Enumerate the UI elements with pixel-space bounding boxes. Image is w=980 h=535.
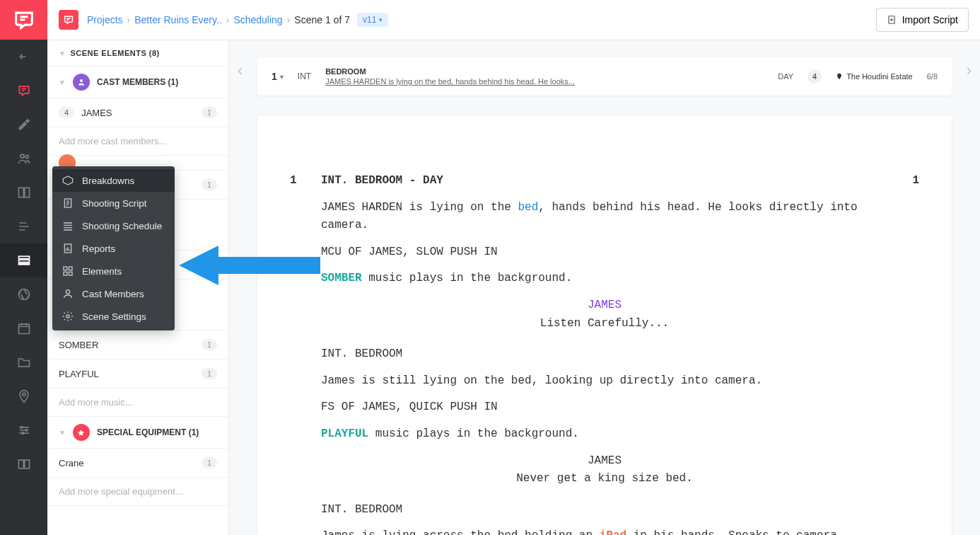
app-logo[interactable]	[0, 0, 47, 40]
topbar: Projects › Better Ruins Every.. › Schedu…	[47, 0, 980, 40]
svg-rect-8	[18, 324, 29, 333]
scene-description[interactable]: JAMES HARDEN is lying on the bed, hands …	[325, 77, 575, 86]
scene-cast-count: 4	[807, 69, 822, 84]
cast-badge-icon	[73, 74, 90, 91]
rail-chat-icon[interactable]	[0, 74, 47, 108]
music-item-somber[interactable]: SOMBER 1	[47, 330, 228, 359]
popup-elements[interactable]: Elements	[52, 260, 175, 282]
action-text: PLAYFUL music plays in the background.	[321, 425, 888, 444]
svg-point-1	[25, 155, 28, 158]
rail-calendar-icon[interactable]	[0, 311, 47, 345]
group-equip-header[interactable]: ▼ SPECIAL EQUIPMENT (1)	[47, 417, 228, 449]
action-text: FS OF JAMES, QUICK PUSH IN	[321, 398, 888, 417]
rail-people-icon[interactable]	[0, 142, 47, 176]
popup-scene-settings[interactable]: Scene Settings	[52, 305, 175, 328]
chevron-right-icon: ›	[226, 14, 230, 25]
sidebar-header[interactable]: ▼SCENE ELEMENTS (8)	[47, 40, 228, 67]
chevron-right-icon: ›	[127, 14, 131, 25]
scene-pages: 6/8	[927, 72, 938, 81]
svg-point-9	[22, 393, 25, 396]
add-equip-input[interactable]: Add more special equipment...	[47, 478, 228, 506]
svg-rect-4	[18, 256, 29, 258]
svg-rect-3	[24, 188, 29, 197]
canvas: ‹ › 1▾ INT BEDROOM JAMES HARDEN is lying…	[229, 40, 980, 535]
rail-book-icon[interactable]	[0, 447, 47, 481]
import-script-button[interactable]: Import Script	[876, 8, 969, 32]
equip-badge-icon	[73, 424, 90, 441]
crumb-projects[interactable]: Projects	[87, 14, 123, 25]
character-cue: JAMES	[321, 297, 888, 315]
svg-point-21	[66, 290, 69, 294]
character-cue: JAMES	[321, 452, 888, 471]
left-rail	[0, 0, 47, 535]
rail-edit-icon[interactable]	[0, 108, 47, 142]
rail-list-icon[interactable]	[0, 209, 47, 243]
rail-rows-icon[interactable]	[0, 243, 47, 277]
tutorial-arrow-icon	[179, 246, 320, 288]
music-item-playful[interactable]: PLAYFUL 1	[47, 359, 228, 389]
cast-item[interactable]: 4 JAMES 1	[47, 98, 228, 127]
popup-cast-members[interactable]: Cast Members	[52, 282, 175, 305]
action-text: James is lying across the bed holding an…	[321, 527, 888, 535]
dialogue: Never get a king size bed.	[321, 470, 888, 488]
svg-rect-19	[64, 272, 67, 275]
dialogue: Listen Carefully...	[321, 315, 888, 333]
topbar-app-icon[interactable]	[59, 10, 78, 30]
action-text: JAMES HARDEN is lying on the bed, hands …	[321, 199, 888, 235]
tag-somber[interactable]: SOMBER	[321, 272, 362, 284]
rail-aperture-icon[interactable]	[0, 277, 47, 311]
version-badge[interactable]: v11▾	[357, 13, 388, 27]
slugline: 1INT. BEDROOM - DAY1	[321, 172, 888, 190]
svg-rect-2	[18, 188, 23, 197]
svg-point-11	[25, 430, 28, 432]
action-text: James is still lying on the bed, looking…	[321, 372, 888, 391]
action-text: SOMBER music plays in the background.	[321, 270, 888, 288]
svg-marker-23	[179, 246, 320, 285]
rail-location-icon[interactable]	[0, 379, 47, 413]
action-text: MCU OF JAMES, SLOW PUSH IN	[321, 243, 888, 262]
svg-rect-6	[18, 263, 29, 265]
rail-back-icon[interactable]	[0, 40, 47, 74]
script-page: 1INT. BEDROOM - DAY1 JAMES HARDEN is lyi…	[257, 115, 952, 535]
crumb-project[interactable]: Better Ruins Every..	[134, 14, 221, 25]
scene-location[interactable]: The Houdini Estate	[836, 72, 913, 81]
svg-rect-18	[69, 267, 72, 270]
scene-title: BEDROOM	[325, 67, 575, 76]
crumb-section[interactable]: Scheduling	[233, 14, 282, 25]
scene-daynight: DAY	[778, 72, 793, 81]
scene-intext: INT	[298, 71, 311, 81]
rail-folder-icon[interactable]	[0, 345, 47, 379]
popup-shooting-script[interactable]: Shooting Script	[52, 192, 175, 214]
equip-item[interactable]: Crane 1	[47, 449, 228, 478]
add-music-input[interactable]: Add more music...	[47, 389, 228, 417]
popup-shooting-schedule[interactable]: Shooting Schedule	[52, 214, 175, 237]
slugline: INT. BEDROOM	[321, 345, 888, 364]
reports-popup: Breakdowns Shooting Script Shooting Sche…	[52, 166, 175, 330]
crumb-current: Scene 1 of 7	[294, 14, 350, 25]
tag-bed[interactable]: bed	[518, 201, 538, 214]
tag-playful[interactable]: PLAYFUL	[321, 427, 368, 440]
prev-scene-icon[interactable]: ‹	[238, 62, 243, 80]
svg-point-0	[21, 154, 24, 158]
slugline: INT. BEDROOM	[321, 501, 888, 519]
svg-rect-5	[18, 260, 29, 262]
svg-rect-17	[64, 267, 67, 270]
chevron-right-icon: ›	[287, 14, 291, 25]
rail-sliders-icon[interactable]	[0, 413, 47, 447]
svg-point-22	[66, 315, 69, 318]
breadcrumb: Projects › Better Ruins Every.. › Schedu…	[87, 13, 388, 27]
popup-breakdowns[interactable]: Breakdowns	[52, 169, 175, 192]
svg-point-10	[21, 427, 23, 429]
group-cast-header[interactable]: ▼ CAST MEMBERS (1)	[47, 67, 228, 98]
scene-bar: 1▾ INT BEDROOM JAMES HARDEN is lying on …	[257, 57, 952, 96]
popup-reports[interactable]: Reports	[52, 237, 175, 260]
svg-point-14	[80, 79, 83, 82]
add-cast-input[interactable]: Add more cast members...	[47, 127, 228, 156]
rail-panels-icon[interactable]	[0, 176, 47, 209]
scene-number[interactable]: 1▾	[272, 71, 284, 82]
svg-point-12	[22, 432, 23, 435]
next-scene-icon[interactable]: ›	[967, 62, 972, 80]
svg-rect-20	[69, 272, 72, 275]
tag-ipad[interactable]: iPad	[600, 529, 626, 535]
